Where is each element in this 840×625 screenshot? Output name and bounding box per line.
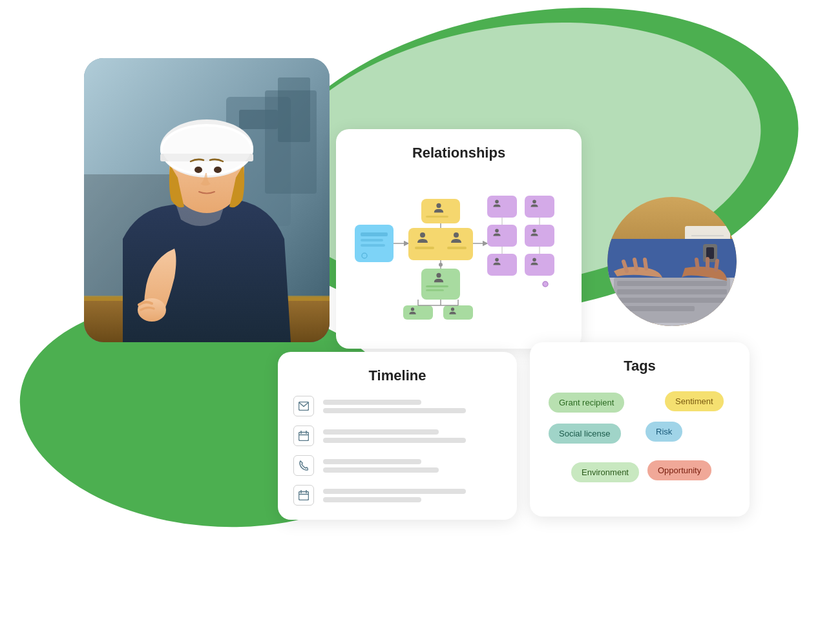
tags-card: Tags Grant recipient Sentiment Risk Soci…: [530, 342, 750, 517]
timeline-card: Timeline: [278, 352, 517, 520]
timeline-line-group: [323, 489, 501, 502]
svg-point-21: [163, 127, 251, 173]
timeline-line: [323, 438, 466, 443]
svg-rect-50: [361, 232, 388, 236]
svg-rect-76: [525, 225, 554, 247]
calendar2-icon: [293, 485, 314, 506]
svg-rect-73: [487, 196, 517, 218]
tag-sentiment: Sentiment: [665, 391, 724, 411]
timeline-line-group: [323, 459, 501, 473]
svg-line-44: [645, 260, 646, 269]
svg-rect-59: [426, 216, 448, 218]
tags-container: Grant recipient Sentiment Risk Social li…: [545, 386, 734, 515]
tags-title: Tags: [545, 358, 734, 374]
svg-point-53: [362, 253, 367, 258]
keyboard-photo: [607, 187, 737, 336]
timeline-line: [323, 408, 466, 413]
tag-opportunity: Opportunity: [647, 460, 711, 480]
phone-icon: [293, 455, 314, 476]
svg-point-71: [439, 263, 443, 267]
timeline-line: [323, 400, 421, 405]
svg-rect-63: [426, 289, 444, 291]
svg-line-45: [697, 260, 698, 269]
email-icon: [293, 396, 314, 416]
tag-risk: Risk: [646, 422, 682, 442]
timeline-item-calendar1: [293, 425, 501, 446]
timeline-item-email: [293, 396, 501, 416]
timeline-line-group: [323, 429, 501, 443]
svg-rect-37: [617, 298, 727, 303]
svg-rect-36: [617, 289, 727, 294]
timeline-line: [323, 467, 439, 473]
svg-rect-89: [299, 492, 309, 500]
svg-rect-8: [278, 77, 310, 142]
svg-rect-49: [355, 225, 394, 262]
timeline-line: [323, 459, 421, 464]
svg-point-25: [214, 167, 222, 173]
tag-social-license: Social license: [549, 424, 621, 444]
svg-rect-35: [617, 281, 727, 286]
svg-point-79: [543, 282, 548, 287]
svg-rect-62: [426, 285, 448, 287]
tag-environment: Environment: [571, 462, 639, 482]
timeline-line: [323, 489, 466, 494]
svg-rect-65: [443, 305, 473, 320]
timeline-line-group: [323, 400, 501, 413]
calendar-icon: [293, 425, 314, 446]
svg-rect-52: [361, 244, 385, 247]
svg-rect-51: [361, 239, 383, 241]
svg-rect-77: [487, 254, 517, 276]
svg-rect-64: [403, 305, 433, 320]
svg-rect-78: [525, 254, 554, 276]
worker-photo: [84, 58, 330, 342]
svg-line-47: [716, 261, 717, 270]
timeline-item-phone: [293, 455, 501, 476]
timeline-items: [293, 396, 501, 506]
svg-rect-55: [408, 228, 473, 260]
svg-rect-57: [447, 247, 467, 249]
relationships-card: Relationships: [336, 129, 582, 349]
svg-point-23: [194, 167, 202, 173]
svg-rect-61: [421, 269, 460, 300]
timeline-line: [323, 497, 421, 502]
timeline-title: Timeline: [293, 367, 501, 384]
svg-line-43: [635, 260, 636, 269]
svg-rect-56: [415, 247, 434, 249]
svg-rect-75: [487, 225, 517, 247]
tag-grant-recipient: Grant recipient: [549, 393, 624, 413]
svg-rect-38: [617, 306, 695, 311]
svg-rect-74: [525, 196, 554, 218]
relationships-title: Relationships: [352, 145, 566, 161]
org-chart: [352, 173, 565, 322]
svg-rect-85: [299, 433, 309, 441]
timeline-line: [323, 429, 439, 435]
timeline-item-calendar2: [293, 485, 501, 506]
